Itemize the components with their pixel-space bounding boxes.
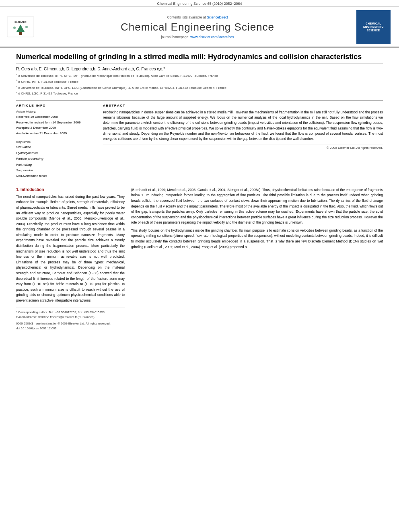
article-history-label: Article history: (16, 110, 97, 113)
copyright-line: © 2009 Elsevier Ltd. All rights reserved… (103, 144, 383, 150)
ces-logo-container: CHEMICAL ENGINEERING SCIENCE (356, 10, 393, 44)
svg-text:ELSEVIER: ELSEVIER (14, 21, 27, 23)
article-body: Numerical modelling of grinding in a sti… (0, 47, 399, 187)
intro-paragraph-3: This study focuses on the hydrodynamics … (131, 228, 383, 250)
info-abstract-columns: ARTICLE INFO Article history: Received 1… (16, 100, 383, 179)
abstract-column: ABSTRACT Producing nanoparticles in dens… (103, 104, 383, 179)
affiliation-a: a a Université de Toulouse, INPT, UPS, I… (16, 73, 383, 78)
intro-left-column: 1. Introduction The need of nanoparticle… (16, 187, 125, 331)
article-dates: Received 19 December 2008 Received in re… (16, 114, 97, 136)
homepage-url[interactable]: www.elsevier.com/locate/ces (190, 35, 234, 39)
ces-logo-box: CHEMICAL ENGINEERING SCIENCE (356, 10, 391, 44)
svg-rect-3 (19, 32, 22, 35)
sciencedirect-line: Contents lists available at ScienceDirec… (43, 15, 352, 19)
affiliation-c: c c Université de Toulouse, INPT, UPS, L… (16, 85, 383, 90)
affiliations-block: a a Université de Toulouse, INPT, UPS, I… (16, 73, 383, 96)
journal-citation-text: Chemical Engineering Science 65 (2010) 2… (157, 2, 242, 6)
elsevier-logo-svg: ELSEVIER (6, 16, 35, 38)
main-content: 1. Introduction The need of nanoparticle… (0, 187, 399, 339)
footnotes-block: * Corresponding author. Tel.: +33 534615… (16, 308, 125, 331)
article-info-column: ARTICLE INFO Article history: Received 1… (16, 104, 97, 179)
article-info-heading: ARTICLE INFO (16, 104, 97, 107)
svg-point-5 (25, 26, 28, 28)
abstract-heading: ABSTRACT (103, 104, 383, 107)
authors-text: R. Gers a,b, E. Climent a,b, D. Legendre… (16, 67, 165, 71)
intro-paragraph-1: The need of nanoparticles has raised dur… (16, 194, 125, 304)
journal-homepage: journal homepage: www.elsevier.com/locat… (43, 35, 352, 39)
intro-paragraph-2: (Bernhardt et al., 1999; Mende et al., 2… (131, 187, 383, 226)
article-title: Numerical modelling of grinding in a sti… (16, 52, 383, 64)
keywords-list: Simulation Hydrodynamics Particle proces… (16, 144, 97, 179)
keywords-label: Keywords: (16, 140, 97, 144)
journal-citation-bar: Chemical Engineering Science 65 (2010) 2… (0, 0, 399, 7)
affiliation-b: b b CNRS, IMFT, F-31400 Toulouse, France (16, 79, 383, 84)
journal-title: Chemical Engineering Science (43, 21, 352, 33)
journal-header: ELSEVIER Contents lists available at Sci… (0, 7, 399, 47)
keywords-block: Keywords: Simulation Hydrodynamics Parti… (16, 140, 97, 179)
sciencedirect-link[interactable]: ScienceDirect (207, 15, 228, 19)
article-dates-block: Article history: Received 19 December 20… (16, 110, 97, 136)
abstract-text: Producing nanoparticles in dense suspens… (103, 110, 383, 142)
journal-title-center: Contents lists available at ScienceDirec… (39, 15, 356, 39)
ces-title-line1: CHEMICAL ENGINEERING SCIENCE (363, 22, 384, 32)
intro-section-heading: 1. Introduction (16, 187, 125, 192)
svg-point-4 (13, 27, 16, 29)
intro-right-column: (Bernhardt et al., 1999; Mende et al., 2… (131, 187, 383, 331)
affiliation-d: d d CNRS, LGC, F-31432 Toulouse, France (16, 90, 383, 96)
authors-line: R. Gers a,b, E. Climent a,b, D. Legendre… (16, 67, 383, 71)
elsevier-logo-container: ELSEVIER (6, 16, 39, 39)
